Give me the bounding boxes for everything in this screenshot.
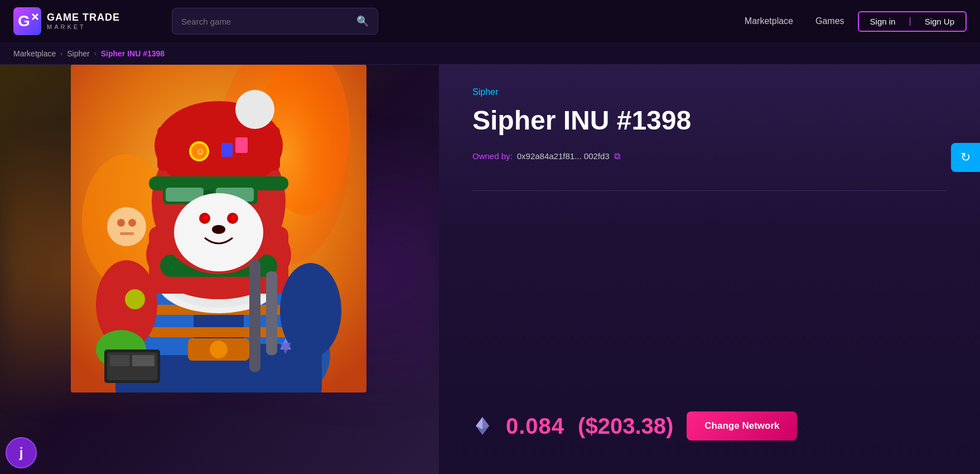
nft-character-svg: ☺ [71, 65, 366, 392]
svg-point-47 [125, 289, 145, 309]
search-icon: 🔍 [356, 15, 369, 27]
svg-point-56 [210, 341, 228, 358]
svg-rect-44 [235, 137, 248, 153]
refresh-icon: ↻ [960, 150, 971, 165]
price-usd: ($203.38) [578, 414, 673, 439]
svg-marker-62 [482, 417, 489, 429]
breadcrumb-sep-1: › [60, 50, 62, 58]
price-section: 0.084 ($203.38) Change Network [439, 411, 980, 441]
owner-address: 0x92a84a21f81... 002fd3 [517, 151, 610, 161]
nav-marketplace[interactable]: Marketplace [745, 16, 793, 26]
svg-point-8 [107, 207, 146, 246]
nft-image-container: ☺ [71, 65, 366, 392]
change-network-button[interactable]: Change Network [687, 411, 797, 441]
price-eth: 0.084 [506, 414, 564, 439]
logo-game-trade: GAME TRADE [47, 12, 120, 23]
nav-games[interactable]: Games [815, 16, 844, 26]
logo-area: G GAME TRADE MARKET [13, 7, 158, 35]
breadcrumb: Marketplace › Sipher › Sipher INU #1398 [0, 42, 980, 65]
svg-rect-58 [266, 271, 277, 355]
svg-rect-50 [110, 355, 129, 366]
breadcrumb-current: Sipher INU #1398 [101, 49, 165, 58]
search-input[interactable] [181, 17, 351, 26]
svg-point-9 [117, 219, 125, 227]
avatar-button[interactable]: j [6, 437, 37, 468]
svg-point-37 [204, 215, 208, 219]
signup-button[interactable]: Sign Up [914, 12, 965, 31]
nft-title: Sipher INU #1398 [472, 106, 947, 136]
eth-icon [472, 416, 493, 436]
svg-marker-61 [476, 417, 482, 429]
game-label[interactable]: Sipher [472, 87, 947, 97]
header: G GAME TRADE MARKET 🔍 Marketplace Games … [0, 0, 980, 42]
breadcrumb-sipher[interactable]: Sipher [67, 49, 89, 58]
svg-point-10 [128, 219, 136, 227]
auth-divider: | [906, 16, 913, 26]
search-bar[interactable]: 🔍 [172, 8, 378, 35]
logo-icon: G [13, 7, 41, 35]
breadcrumb-sep-2: › [94, 50, 96, 58]
auth-buttons: Sign in | Sign Up [858, 11, 967, 32]
svg-rect-51 [132, 355, 155, 366]
breadcrumb-marketplace[interactable]: Marketplace [13, 49, 56, 58]
svg-text:☺: ☺ [196, 147, 205, 156]
nav-links: Marketplace Games [745, 16, 844, 26]
svg-rect-26 [157, 126, 280, 171]
svg-text:G: G [18, 12, 30, 30]
logo-text: GAME TRADE MARKET [47, 12, 120, 30]
svg-point-38 [231, 215, 236, 219]
svg-rect-57 [249, 260, 260, 372]
copy-icon[interactable]: ⧉ [614, 151, 620, 161]
logo-market: MARKET [47, 23, 120, 30]
image-panel: ☺ [0, 65, 439, 474]
divider [472, 190, 947, 191]
main-content: ☺ [0, 65, 980, 474]
avatar-label: j [20, 445, 23, 461]
svg-rect-11 [120, 232, 134, 235]
svg-point-27 [235, 90, 274, 129]
signin-button[interactable]: Sign in [859, 12, 907, 31]
svg-point-39 [212, 225, 225, 234]
svg-rect-43 [221, 143, 233, 157]
detail-panel: Sipher Sipher INU #1398 Owned by: 0x92a8… [439, 65, 980, 474]
refresh-button[interactable]: ↻ [951, 143, 980, 172]
owner-row: Owned by: 0x92a84a21f81... 002fd3 ⧉ [472, 151, 947, 161]
owned-by-label: Owned by: [472, 151, 513, 161]
